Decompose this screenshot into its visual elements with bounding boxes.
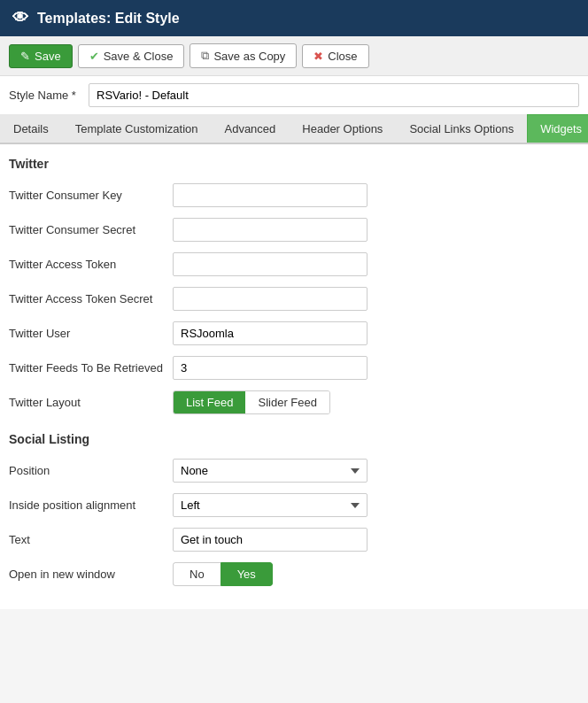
twitter-layout-row: Twitter Layout List Feed Slider Feed [9,385,579,420]
twitter-consumer-key-row: Twitter Consumer Key [9,178,579,212]
save-close-button[interactable]: ✔ Save & Close [78,44,185,68]
alignment-label: Inside position alignment [9,498,173,512]
position-select[interactable]: None Left Right Center [173,459,368,483]
title-bar: 👁 Templates: Edit Style [0,0,588,36]
twitter-consumer-key-input[interactable] [173,183,368,207]
text-label: Text [9,533,173,546]
style-name-label: Style Name * [9,89,80,102]
eye-icon: 👁 [12,9,28,27]
alignment-select[interactable]: Left Center Right [173,493,368,517]
alignment-row: Inside position alignment Left Center Ri… [9,488,579,522]
twitter-consumer-secret-input[interactable] [173,218,368,242]
twitter-access-token-row: Twitter Access Token [9,247,579,282]
tab-social-links-options[interactable]: Social Links Options [396,114,527,143]
open-new-window-row: Open in new window No Yes [9,557,579,591]
twitter-consumer-secret-row: Twitter Consumer Secret [9,212,579,247]
tab-details[interactable]: Details [0,114,62,143]
twitter-feeds-count-label: Twitter Feeds To Be Retrieved [9,361,173,375]
save-copy-button[interactable]: ⧉ Save as Copy [190,43,297,68]
twitter-feeds-count-input[interactable] [173,356,368,380]
twitter-user-label: Twitter User [9,327,173,340]
x-icon: ✖ [313,50,323,63]
slider-feed-button[interactable]: Slider Feed [245,391,329,413]
copy-icon: ⧉ [201,49,209,63]
twitter-access-token-secret-label: Twitter Access Token Secret [9,292,173,305]
content-area: Twitter Twitter Consumer Key Twitter Con… [0,144,588,609]
yes-button[interactable]: Yes [220,562,273,586]
twitter-section-header: Twitter [9,144,579,178]
save-icon: ✎ [20,50,30,63]
open-new-window-toggle: No Yes [173,562,273,586]
twitter-user-row: Twitter User [9,316,579,351]
social-listing-section-header: Social Listing [9,420,579,453]
position-label: Position [9,464,173,477]
tab-widgets[interactable]: Widgets [527,114,588,143]
position-row: Position None Left Right Center [9,453,579,488]
save-button[interactable]: ✎ Save [9,44,73,68]
toolbar: ✎ Save ✔ Save & Close ⧉ Save as Copy ✖ C… [0,36,588,76]
tab-template-customization[interactable]: Template Customization [62,114,212,143]
twitter-access-token-secret-input[interactable] [173,287,368,311]
style-name-input[interactable] [89,83,579,107]
twitter-consumer-key-label: Twitter Consumer Key [9,189,173,202]
tabs-bar: Details Template Customization Advanced … [0,114,588,144]
style-name-row: Style Name * [0,76,588,114]
twitter-access-token-input[interactable] [173,252,368,276]
twitter-access-token-label: Twitter Access Token [9,258,173,271]
tab-advanced[interactable]: Advanced [211,114,289,143]
page-title: Templates: Edit Style [37,11,180,27]
twitter-access-token-secret-row: Twitter Access Token Secret [9,282,579,316]
twitter-feeds-count-row: Twitter Feeds To Be Retrieved [9,351,579,385]
text-row: Text [9,522,579,557]
twitter-layout-label: Twitter Layout [9,396,173,409]
no-button[interactable]: No [173,562,220,586]
twitter-consumer-secret-label: Twitter Consumer Secret [9,223,173,236]
tab-header-options[interactable]: Header Options [289,114,396,143]
text-input[interactable] [173,528,368,552]
list-feed-button[interactable]: List Feed [174,391,245,413]
twitter-user-input[interactable] [173,321,368,345]
close-button[interactable]: ✖ Close [302,44,368,68]
check-icon: ✔ [89,50,99,63]
twitter-layout-toggle: List Feed Slider Feed [173,390,330,414]
required-marker: * [72,89,76,102]
open-new-window-label: Open in new window [9,568,173,581]
